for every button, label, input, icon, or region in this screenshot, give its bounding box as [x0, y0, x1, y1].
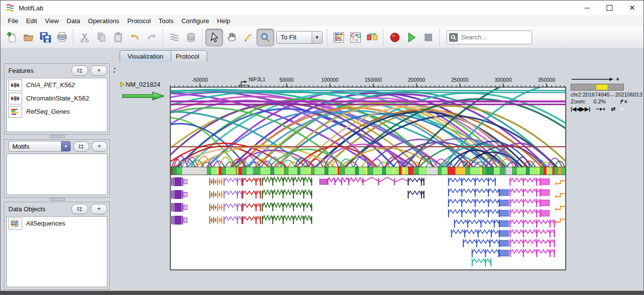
modules-browser-button[interactable]	[364, 29, 381, 46]
window-title: MotifLab	[19, 4, 43, 12]
motifs-list	[6, 154, 107, 195]
motifs-tree-button[interactable]	[73, 141, 89, 152]
toolbar: To Fit ▼ CAGTC	[0, 27, 644, 48]
zoom-in-button[interactable]: +	[602, 106, 605, 112]
minimize-button[interactable]	[576, 0, 598, 15]
svg-text:C: C	[355, 38, 358, 42]
zoom-label: Zoom:	[571, 98, 586, 104]
redo-button[interactable]	[143, 29, 160, 46]
undo-icon	[129, 32, 141, 43]
genes-icon[interactable]	[8, 106, 22, 118]
zoom-jump-icon[interactable]: ↱	[620, 98, 624, 104]
features-browser-button[interactable]	[330, 29, 347, 46]
draw-tool-button[interactable]	[240, 29, 257, 46]
tab-visualization[interactable]: Visualization	[120, 50, 171, 62]
data-objects-list: AllSequences	[6, 216, 107, 287]
menu-item-protocol[interactable]: Protocol	[124, 16, 154, 26]
cut-button[interactable]	[76, 29, 93, 46]
record-icon	[388, 31, 401, 44]
hand-icon	[225, 32, 237, 43]
main-area: Visualization Protocol NM_021824 +	[117, 48, 644, 291]
save-icon	[39, 31, 52, 44]
panel-splitter[interactable]	[4, 197, 110, 201]
features-tree-button[interactable]	[71, 66, 88, 76]
copy-button[interactable]	[93, 29, 110, 46]
select-tool-button[interactable]	[205, 29, 223, 46]
menu-item-data[interactable]: Data	[63, 16, 83, 26]
tab-label: Protocol	[176, 53, 199, 60]
sequence-label[interactable]: NM_021824	[120, 81, 161, 88]
strand-direction-arrow: +	[571, 76, 623, 82]
list-item-label: AllSequences	[26, 220, 65, 227]
nav-last-button[interactable]: ▶|	[584, 106, 590, 112]
list-item-label: ChromatinState_K562	[26, 95, 89, 102]
motifs-panel-combobox[interactable]: Motifs ▼	[8, 141, 71, 152]
flip-strand-button[interactable]: ⇄	[611, 106, 615, 112]
sequences-icon[interactable]	[8, 218, 22, 229]
tab-protocol[interactable]: Protocol	[168, 50, 207, 62]
sidebar: Features + ChIA_PET_K562ChromatinState_K…	[0, 48, 114, 291]
track-icon[interactable]	[8, 79, 22, 91]
paste-button[interactable]	[110, 29, 127, 46]
data-objects-panel-title: Data Objects	[8, 205, 69, 213]
new-file-button[interactable]	[3, 29, 20, 46]
nav-first-button[interactable]: |◀	[571, 106, 577, 112]
search-input[interactable]	[458, 33, 551, 41]
record-button[interactable]	[386, 29, 403, 46]
menu-item-edit[interactable]: Edit	[23, 16, 40, 26]
region-locator-bar[interactable]	[571, 84, 624, 91]
motiflab-window: MotifLab ✕ FileEditViewDataOperationsPro…	[0, 0, 644, 295]
visualization-panel: NM_021824 + chr2:201674945→202106013 Zoo…	[117, 62, 644, 291]
play-button[interactable]	[403, 29, 420, 46]
maximize-button[interactable]	[598, 0, 621, 15]
data-objects-panel: Data Objects + AllSequences	[4, 202, 110, 290]
track-icon[interactable]	[8, 93, 22, 104]
panel-splitter[interactable]	[4, 134, 110, 138]
menu-item-help[interactable]: Help	[214, 16, 234, 26]
print-button[interactable]	[54, 29, 70, 46]
zoom-corner1-icon[interactable]: ∟	[611, 98, 616, 104]
features-add-button[interactable]: +	[91, 66, 107, 76]
list-item-label: ChIA_PET_K562	[26, 81, 75, 89]
navigation-row: |◀◀▶▶| −●+ ⇄ ∞	[571, 106, 626, 112]
menu-item-configure[interactable]: Configure	[178, 16, 212, 26]
menu-item-view[interactable]: View	[41, 16, 62, 26]
motifs-add-button[interactable]: +	[92, 141, 107, 152]
search-box	[447, 31, 532, 44]
sequence-strand-arrow	[122, 92, 165, 100]
data-objects-tree-button[interactable]	[71, 204, 88, 214]
zoom-tool-button[interactable]	[257, 29, 274, 46]
list-item-allsequences[interactable]: AllSequences	[7, 217, 107, 230]
region-locator-window[interactable]	[596, 84, 608, 90]
list-item-chia-pet-k562[interactable]: ChIA_PET_K562	[7, 78, 107, 92]
zoom-mode-combobox[interactable]: To Fit ▼	[276, 31, 322, 44]
list-item-refseq-genes[interactable]: RefSeq_Genes	[7, 105, 107, 118]
motifs-panel: Motifs ▼ +	[4, 139, 110, 197]
motifs-panel-title: Motifs	[9, 143, 61, 150]
stop-button[interactable]	[420, 29, 437, 46]
list-item-chromatinstate-k562[interactable]: ChromatinState_K562	[7, 92, 107, 105]
sequence-pointer-icon	[120, 82, 125, 87]
pan-tool-button[interactable]	[223, 29, 240, 46]
database-button[interactable]	[183, 29, 199, 46]
motifs-browser-button[interactable]: CAGTC	[347, 29, 364, 46]
nav-prev-button[interactable]: ◀	[577, 106, 580, 112]
print-icon	[56, 31, 68, 44]
save-button[interactable]	[37, 29, 54, 46]
menu-bar: FileEditViewDataOperationsProtocolToolsC…	[0, 15, 644, 27]
undo-button[interactable]	[127, 29, 143, 46]
data-objects-add-button[interactable]: +	[91, 204, 107, 214]
menu-item-operations[interactable]: Operations	[85, 16, 123, 26]
menu-item-file[interactable]: File	[4, 16, 22, 26]
cursor-icon	[208, 32, 220, 43]
redo-icon	[146, 32, 158, 43]
open-button[interactable]	[20, 29, 37, 46]
motiflab-tool-button[interactable]	[166, 29, 183, 46]
database-icon	[185, 32, 197, 43]
zoom-close-icon[interactable]: ×	[624, 98, 627, 104]
link-button[interactable]: ∞	[620, 106, 624, 112]
close-button[interactable]: ✕	[621, 0, 644, 15]
tab-row: Visualization Protocol	[117, 49, 644, 62]
menu-item-tools[interactable]: Tools	[155, 16, 177, 26]
sequence-name: NM_021824	[126, 81, 161, 88]
